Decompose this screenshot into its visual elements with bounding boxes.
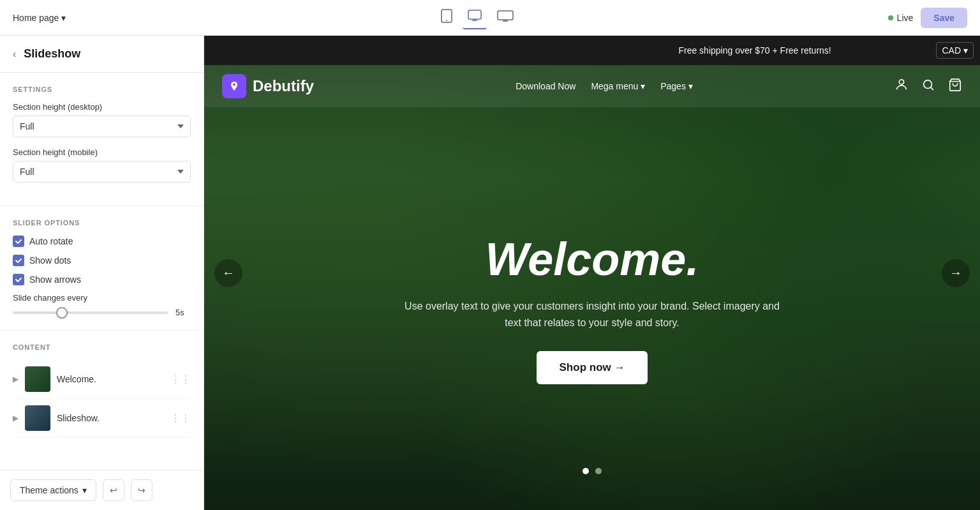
preview-frame: Free shipping over $70 + Free returns! C…	[204, 36, 980, 510]
slide-interval-slider-row: 5s	[13, 308, 191, 317]
main-layout: ‹ Slideshow SETTINGS Section height (des…	[0, 36, 980, 510]
show-arrows-row: Show arrows	[13, 274, 191, 285]
auto-rotate-checkbox[interactable]	[13, 236, 24, 247]
welcome-drag-handle[interactable]: ⋮⋮	[170, 373, 191, 386]
theme-actions-dropdown-icon: ▾	[82, 485, 87, 495]
desktop-height-group: Section height (desktop) Full Large Medi…	[13, 102, 191, 137]
desktop-view-btn[interactable]	[463, 6, 487, 29]
nav-item-pages[interactable]: Pages ▾	[660, 81, 693, 91]
slide-dot-1[interactable]	[583, 468, 589, 474]
live-label: Live	[897, 13, 914, 23]
store-nav: Debutify Download Now Mega menu ▾ Pages …	[204, 65, 980, 107]
store-logo-name: Debutify	[253, 77, 314, 95]
desktop-height-select[interactable]: Full Large Medium Small	[13, 116, 191, 137]
top-bar: Home page ▾ Live Save	[0, 0, 980, 36]
preview-area: Free shipping over $70 + Free returns! C…	[204, 36, 980, 510]
slide-text: Welcome. Use overlay text to give your c…	[401, 233, 783, 384]
slideshow-thumb	[25, 405, 50, 431]
mobile-height-group: Section height (mobile) Full Large Mediu…	[13, 147, 191, 183]
content-item-welcome[interactable]: ▶ Welcome. ⋮⋮	[13, 360, 191, 399]
back-button[interactable]: ‹	[13, 49, 16, 60]
slider-options-section: SLIDER OPTIONS Auto rotate Show dots Sho…	[0, 206, 204, 331]
slide-content: Welcome. Use overlay text to give your c…	[204, 107, 980, 510]
store-actions	[895, 78, 962, 95]
welcome-item-label: Welcome.	[57, 374, 170, 384]
sidebar-title: Slideshow	[24, 47, 80, 61]
slideshow-drag-handle[interactable]: ⋮⋮	[170, 412, 191, 424]
logo-icon	[222, 74, 246, 98]
shop-now-button[interactable]: Shop now →	[537, 351, 648, 384]
svg-point-6	[924, 80, 932, 88]
settings-label: SETTINGS	[13, 86, 191, 93]
show-arrows-checkbox[interactable]	[13, 274, 24, 285]
store-logo: Debutify	[222, 74, 314, 98]
sidebar-header: ‹ Slideshow	[0, 36, 204, 73]
svg-rect-2	[468, 10, 481, 19]
view-controls	[436, 5, 519, 30]
svg-point-4	[233, 84, 235, 86]
content-label: CONTENT	[13, 343, 191, 351]
announcement-bar: Free shipping over $70 + Free returns! C…	[204, 36, 980, 65]
home-page-selector[interactable]: Home page ▾	[13, 13, 66, 23]
nav-item-download[interactable]: Download Now	[516, 81, 575, 91]
show-dots-checkbox[interactable]	[13, 255, 24, 266]
mobile-view-btn[interactable]	[436, 5, 457, 30]
svg-point-1	[446, 20, 447, 21]
view-icons-row	[436, 5, 519, 30]
welcome-expand-arrow[interactable]: ▶	[13, 375, 19, 384]
show-dots-row: Show dots	[13, 255, 191, 266]
mobile-height-label: Section height (mobile)	[13, 147, 191, 157]
slide-dots	[583, 468, 602, 474]
currency-dropdown-icon: ▾	[963, 45, 968, 56]
content-item-slideshow[interactable]: ▶ Slideshow. ⋮⋮	[13, 399, 191, 438]
desktop-height-label: Section height (desktop)	[13, 102, 191, 112]
settings-section: SETTINGS Section height (desktop) Full L…	[0, 73, 204, 206]
slide-changes-label: Slide changes every	[13, 293, 191, 303]
slide-next-button[interactable]: →	[942, 259, 970, 287]
redo-button[interactable]: ↪	[131, 479, 152, 501]
content-section: CONTENT ▶ Welcome. ⋮⋮ ▶ Slideshow. ⋮⋮	[0, 331, 204, 470]
slideshow-expand-arrow[interactable]: ▶	[13, 414, 19, 423]
live-dot	[888, 15, 893, 20]
slideshow-preview: Free shipping over $70 + Free returns! C…	[204, 36, 980, 510]
welcome-thumb	[25, 366, 50, 392]
slide-subtext: Use overlay text to give your customers …	[401, 298, 783, 331]
theme-actions-button[interactable]: Theme actions ▾	[10, 479, 96, 501]
save-button[interactable]: Save	[921, 8, 967, 28]
sidebar-footer: Theme actions ▾ ↩ ↪	[0, 470, 204, 510]
live-indicator: Live	[888, 13, 914, 23]
slide-interval-group: Slide changes every 5s	[13, 293, 191, 317]
auto-rotate-label: Auto rotate	[29, 236, 73, 246]
cart-icon[interactable]	[948, 78, 962, 95]
slide-interval-track	[13, 311, 168, 314]
wide-view-btn[interactable]	[492, 6, 519, 29]
show-arrows-label: Show arrows	[29, 274, 81, 285]
shop-now-label: Shop now →	[560, 361, 625, 374]
announcement-text: Free shipping over $70 + Free returns!	[574, 45, 937, 56]
slide-interval-value: 5s	[175, 308, 191, 317]
auto-rotate-row: Auto rotate	[13, 236, 191, 247]
top-bar-left: Home page ▾	[13, 13, 66, 23]
slide-interval-fill	[13, 311, 59, 314]
search-icon[interactable]	[921, 78, 935, 95]
account-icon[interactable]	[895, 78, 909, 95]
slideshow-item-label: Slideshow.	[57, 413, 170, 423]
currency-selector[interactable]: CAD ▾	[936, 42, 974, 59]
theme-actions-label: Theme actions	[20, 485, 78, 495]
slide-heading: Welcome.	[401, 233, 783, 285]
slide-prev-button[interactable]: ←	[214, 259, 242, 287]
nav-item-mega-menu[interactable]: Mega menu ▾	[591, 81, 645, 91]
slide-dot-2[interactable]	[595, 468, 602, 474]
mobile-height-select[interactable]: Full Large Medium Small	[13, 161, 191, 183]
currency-area: CAD ▾	[936, 42, 974, 59]
slide-interval-thumb[interactable]	[56, 307, 68, 319]
undo-button[interactable]: ↩	[103, 479, 124, 501]
sidebar: ‹ Slideshow SETTINGS Section height (des…	[0, 36, 204, 510]
currency-value: CAD	[942, 45, 961, 56]
top-bar-right: Live Save	[888, 8, 967, 28]
store-menu: Download Now Mega menu ▾ Pages ▾	[516, 81, 693, 91]
show-dots-label: Show dots	[29, 255, 71, 266]
page-dropdown-icon: ▾	[61, 13, 66, 23]
slider-options-label: SLIDER OPTIONS	[13, 219, 191, 227]
home-page-label: Home page	[13, 13, 59, 23]
